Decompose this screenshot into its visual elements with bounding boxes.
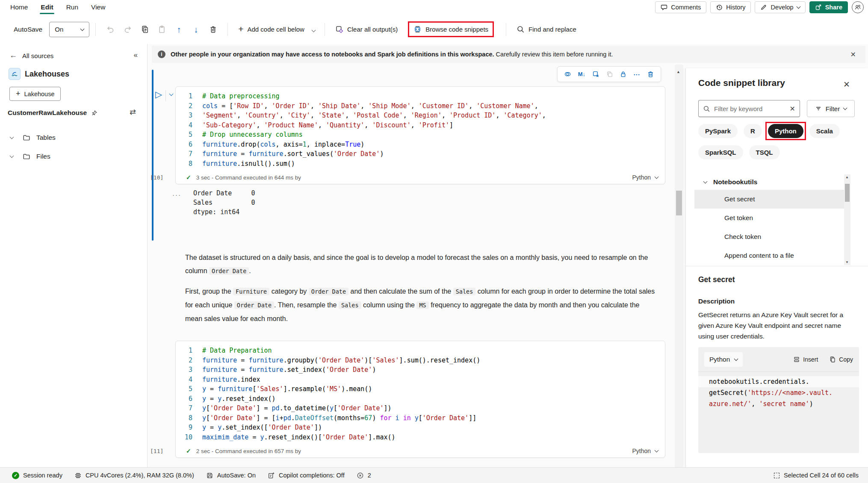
copilot-icon — [268, 472, 275, 479]
clear-all-outputs-button[interactable]: Clear all output(s) — [331, 23, 402, 36]
code-token: = — [237, 356, 248, 365]
move-cell-up-button[interactable]: ↑ — [171, 22, 186, 37]
language-pill-tsql[interactable]: TSQL — [749, 145, 780, 159]
snippet-group-header[interactable]: Notebookutils — [704, 178, 757, 186]
snippet-search-input[interactable] — [714, 105, 778, 112]
code-token: 'Order Date' — [422, 413, 469, 423]
snippet-item[interactable]: Append content to a file — [694, 246, 844, 265]
selected-cell-indicator: Selected Cell 24 of 60 cells — [774, 472, 859, 479]
convert-to-markdown-button[interactable]: M↓ — [578, 71, 585, 77]
clear-cell-output-button[interactable] — [592, 71, 599, 78]
scroll-up-arrow[interactable]: ▲ — [845, 175, 849, 179]
line-number: 3 — [176, 111, 202, 121]
chevron-down-icon[interactable] — [10, 135, 14, 139]
code-cell-1[interactable]: 1# Data preprocessing2cols = ['Row ID', … — [175, 86, 665, 184]
delete-cell-button[interactable] — [206, 22, 220, 37]
filter-button[interactable]: Filter — [807, 100, 855, 117]
find-and-replace-button[interactable]: Find and replace — [512, 23, 581, 36]
menu-tab-view[interactable]: View — [89, 0, 107, 15]
snippet-item[interactable]: Check token — [694, 227, 844, 246]
copy-snippet-button[interactable]: Copy — [829, 356, 853, 363]
code-token: azure.net/' — [709, 400, 751, 408]
markdown-cell: The dataset is structured on a daily bas… — [185, 251, 655, 332]
insert-snippet-button[interactable]: Insert — [793, 356, 818, 363]
snippet-code-preview: Python Insert Copy notebookutils.credent… — [698, 347, 859, 453]
snippet-list-scrollbar[interactable]: ▲ ▼ — [844, 174, 850, 265]
all-sources-link[interactable]: All sources — [22, 52, 53, 59]
comments-button[interactable]: Comments — [655, 1, 706, 13]
history-button[interactable]: History — [710, 1, 751, 13]
tree-node-tables[interactable]: Tables — [0, 130, 147, 145]
code-token: , — [403, 111, 411, 121]
code-editor[interactable]: 1# Data Preparation2furniture = furnitur… — [176, 341, 665, 445]
lakehouse-name-row[interactable]: CustomerRawLakehouse — [8, 109, 97, 117]
add-lakehouse-button[interactable]: + Lakehouse — [9, 87, 61, 101]
clear-search-icon[interactable]: ✕ — [790, 105, 795, 113]
switch-lakehouse-icon[interactable]: ⇄ — [130, 107, 136, 117]
tree-node-files[interactable]: Files — [0, 149, 147, 164]
menu-tab-run[interactable]: Run — [65, 0, 80, 15]
copy-cell-button[interactable] — [137, 22, 152, 37]
code-cell-2[interactable]: 1# Data Preparation2furniture = furnitur… — [175, 341, 665, 458]
menu-tab-edit[interactable]: Edit — [39, 0, 55, 15]
back-arrow-icon[interactable]: ← — [9, 51, 17, 60]
scrollbar-thumb[interactable] — [845, 184, 850, 202]
code-token: , — [534, 101, 538, 111]
copilot-cell-button[interactable] — [564, 71, 571, 78]
pin-icon[interactable] — [91, 110, 97, 116]
code-token: , — [411, 121, 419, 130]
chevron-down-icon — [311, 28, 316, 32]
move-cell-down-button[interactable]: ↓ — [189, 22, 203, 37]
snippet-item[interactable]: Get secret — [694, 190, 844, 209]
share-button[interactable]: Share — [809, 1, 848, 13]
collapse-sidebar-button[interactable]: « — [134, 51, 138, 59]
snippet-language-dropdown[interactable]: Python — [704, 352, 743, 367]
code-line: 8y['Order Date'] = [i+pd.DateOffset(mont… — [176, 413, 665, 423]
run-cell-button[interactable]: ▷ — [155, 89, 162, 100]
autosave-dropdown[interactable]: On — [49, 22, 89, 37]
paste-cell-button[interactable] — [154, 22, 169, 37]
output-collapse-handle[interactable]: ··· — [172, 191, 181, 198]
add-cell-menu-chevron[interactable] — [309, 26, 319, 33]
code-token: (months= — [334, 413, 364, 423]
snippet-search-box[interactable]: ✕ — [698, 100, 800, 117]
banner-close-icon[interactable]: ✕ — [848, 50, 859, 59]
notebook-scrollbar[interactable]: ▲ — [675, 65, 683, 467]
lock-cell-button[interactable] — [620, 71, 627, 78]
language-pill-python[interactable]: Python — [768, 124, 803, 138]
language-pill-pyspark[interactable]: PySpark — [698, 124, 738, 138]
comments-label: Comments — [671, 4, 701, 11]
add-code-cell-button[interactable]: + Add code cell below — [234, 23, 309, 36]
browse-snippets-label: Browse code snippets — [425, 26, 488, 33]
lakehouse-explorer-sidebar: ← All sources « Lakehouses + Lakehouse C… — [0, 44, 148, 467]
language-pill-r[interactable]: R — [744, 124, 762, 138]
code-editor[interactable]: 1# Data preprocessing2cols = ['Row ID', … — [176, 87, 665, 171]
develop-button[interactable]: Develop — [755, 1, 805, 13]
line-number: 6 — [176, 394, 202, 404]
language-pill-sparksql[interactable]: SparkSQL — [698, 145, 743, 159]
cell-language-selector[interactable]: Python — [632, 174, 658, 181]
code-token: ] = — [256, 403, 272, 413]
line-number: 3 — [176, 365, 202, 375]
markdown-paragraph: First, group the Furniture category by O… — [185, 285, 655, 325]
delete-cell-button[interactable] — [647, 71, 654, 78]
undo-button[interactable] — [103, 22, 118, 37]
more-actions-icon[interactable]: ... — [634, 69, 641, 77]
code-token: 'secret name' — [759, 400, 809, 408]
cell-language-selector[interactable]: Python — [632, 448, 658, 454]
scroll-up-arrow[interactable]: ▲ — [676, 70, 680, 74]
scroll-down-arrow[interactable]: ▼ — [845, 260, 849, 264]
run-options-chevron[interactable] — [169, 92, 174, 96]
duplicate-cell-button[interactable] — [606, 71, 613, 78]
code-token: ] = [ — [256, 413, 275, 423]
redo-button[interactable] — [120, 22, 135, 37]
scrollbar-thumb[interactable] — [676, 191, 682, 215]
snippet-item[interactable]: Get token — [694, 209, 844, 227]
account-avatar[interactable] — [852, 1, 864, 13]
panel-close-icon[interactable]: ✕ — [841, 79, 853, 90]
browse-code-snippets-button[interactable]: Browse code snippets — [409, 23, 493, 36]
language-pill-scala[interactable]: Scala — [809, 124, 840, 138]
menu-tab-home[interactable]: Home — [9, 0, 30, 15]
code-token: furniture — [248, 356, 283, 365]
chevron-down-icon[interactable] — [10, 154, 14, 158]
